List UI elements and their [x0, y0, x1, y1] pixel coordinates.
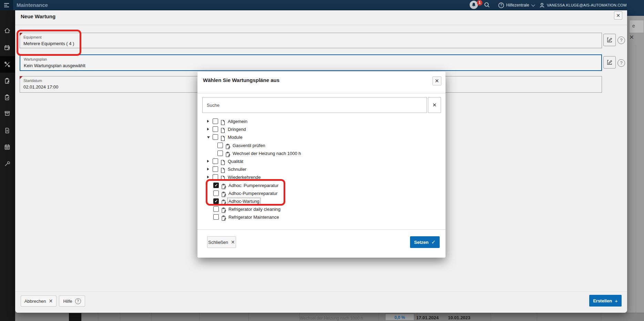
tree-item-label: Wiederkehrende: [228, 175, 260, 180]
tree-item-label: Qualität: [228, 159, 243, 164]
dimmed-button-fragment: e: [629, 20, 644, 33]
collapse-arrow-icon[interactable]: [207, 136, 210, 138]
plan-group-document-icon: [220, 135, 225, 141]
divider: [15, 291, 627, 292]
dimmed-background-right: e ✕: [627, 16, 644, 313]
tree-checkbox[interactable]: [213, 214, 219, 220]
plan-help-icon[interactable]: ?: [617, 59, 625, 67]
plan-group-document-icon: [220, 175, 225, 181]
tree-checkbox[interactable]: [213, 118, 218, 124]
home-icon: [4, 27, 11, 34]
progress-value: 0,0 %: [395, 315, 405, 320]
field-value: Mehrere Equipments ( 4 ): [23, 41, 74, 46]
tree-checkbox[interactable]: [213, 198, 219, 204]
tree-checkbox[interactable]: [213, 134, 218, 140]
field-value: 02.01.2024 17:00: [23, 84, 58, 90]
maintenance-plan-icon: [225, 152, 231, 157]
help-center-menu[interactable]: ? Hilfezentrale: [498, 2, 536, 9]
tree-item-refrigerator-daily-cleaning[interactable]: Refrigerator daily cleaning: [197, 205, 439, 213]
expand-arrow-icon[interactable]: [207, 168, 209, 170]
divider: [197, 229, 446, 230]
plan-edit-button[interactable]: [603, 56, 616, 69]
tree-checkbox[interactable]: [213, 174, 218, 180]
tree-item-adhoc-wartung[interactable]: Adhoc-Wartung: [197, 197, 439, 205]
maintenance-calendar-icon: [4, 44, 11, 51]
sidebar-item-documents[interactable]: [0, 122, 15, 139]
tree-item-dringend[interactable]: Dringend: [197, 125, 439, 133]
plan-group-document-icon: [220, 120, 225, 125]
expand-arrow-icon[interactable]: [207, 120, 209, 123]
tree-checkbox[interactable]: [213, 158, 218, 164]
tree-item-label: Schnuller: [228, 167, 246, 172]
tree-checkbox[interactable]: [213, 183, 219, 188]
dialog-close-footer-button[interactable]: Schließen ✕: [207, 236, 236, 248]
documents-icon: [4, 127, 11, 134]
expand-arrow-icon[interactable]: [207, 160, 209, 163]
tree-item-adhoc-pumpenreparatur[interactable]: Adhoc: Pumpenreparatur: [197, 182, 439, 189]
chevron-down-icon: [531, 3, 535, 7]
tree-checkbox[interactable]: [217, 151, 223, 156]
sidebar-item-home[interactable]: [0, 22, 15, 39]
tree-item-label: Adhoc: Pumpenreparatur: [228, 183, 278, 188]
cancel-button[interactable]: Abbrechen ✕: [21, 296, 57, 307]
equipment-edit-button[interactable]: [603, 34, 616, 46]
close-x-icon: ✕: [231, 239, 235, 245]
expand-arrow-icon[interactable]: [207, 176, 209, 178]
dimmed-dark-tile: [69, 313, 81, 321]
divider: [197, 93, 446, 93]
field-label: Wartungsplan: [24, 57, 47, 61]
create-button[interactable]: Erstellen +: [589, 295, 622, 307]
sidebar-item-work-order[interactable]: [0, 73, 15, 89]
tree-item-wechsel-der-heizung-nach-1000-h[interactable]: Wechsel der Heizung nach 1000 h: [197, 149, 439, 157]
sidebar-item-maintenance-calendar[interactable]: [0, 40, 15, 56]
select-maintenance-plans-dialog: Wählen Sie Wartungspläne aus ✕ ✕ Allgeme…: [197, 72, 446, 258]
expand-arrow-icon[interactable]: [207, 128, 209, 131]
maintenance-plan-field[interactable]: Wartungsplan Kein Wartungsplan ausgewähl…: [20, 54, 602, 71]
tree-checkbox[interactable]: [213, 190, 219, 196]
tree-item-label: Allgemein: [228, 119, 247, 124]
tree-checkbox[interactable]: [213, 166, 218, 172]
cancel-label: Abbrechen: [24, 299, 46, 304]
dimmed-date-fragment: 10.01.2023: [448, 315, 470, 320]
sidebar-item-workshop-tools[interactable]: [0, 56, 15, 73]
tree-item-label: Module: [228, 135, 243, 140]
set-button[interactable]: Setzen ✓: [410, 236, 440, 248]
tree-item-allgemein[interactable]: Allgemein: [197, 117, 439, 125]
menu-hamburger-icon[interactable]: [0, 0, 13, 10]
tree-item-gasventil-prüfen[interactable]: Gasventil prüfen: [197, 142, 439, 149]
dimmed-panel-edge: [636, 45, 636, 313]
required-marker: [20, 76, 23, 79]
sidebar-item-tasks-checklist[interactable]: [0, 89, 15, 106]
dimmed-date-fragment: 17.01.2024: [416, 315, 439, 320]
tree-item-qualität[interactable]: Qualität: [197, 157, 439, 165]
tree-item-adhoc-pumpenreparatur[interactable]: Adhoc-Pumpenreparatur: [197, 189, 439, 197]
equipment-field[interactable]: Equipment Mehrere Equipments ( 4 ): [20, 33, 602, 48]
user-account-menu[interactable]: VANESSA.KLUGE@AIS-AUTOMATION.COM: [539, 2, 636, 9]
dimmed-progress-cell: 0,0 %: [385, 314, 414, 321]
equipment-help-icon[interactable]: ?: [617, 37, 625, 44]
help-button[interactable]: Hilfe ?: [59, 296, 85, 307]
sidebar-item-inventory-box[interactable]: [0, 105, 15, 122]
sidebar-item-calendar[interactable]: [0, 139, 15, 155]
tree-item-module[interactable]: Module: [197, 133, 439, 141]
sidebar-item-tools-wrench[interactable]: [0, 155, 15, 172]
tree-checkbox[interactable]: [213, 206, 219, 212]
set-label: Setzen: [414, 240, 429, 245]
dimmed-close-icon: ✕: [629, 34, 634, 41]
tree-checkbox[interactable]: [217, 143, 223, 148]
tree-item-refrigerator-maintenance[interactable]: Refrigerator Maintenance: [197, 213, 439, 221]
field-label: Startdatum: [23, 79, 42, 83]
search-input[interactable]: [202, 97, 427, 113]
search-clear-button[interactable]: ✕: [428, 97, 441, 113]
maintenance-plan-icon: [221, 199, 226, 205]
sidebar-navigation: [0, 10, 15, 321]
dialog-close-button[interactable]: ✕: [432, 76, 441, 85]
close-x-icon: ✕: [49, 298, 53, 304]
tree-item-schnuller[interactable]: Schnuller: [197, 165, 439, 173]
app-title: Maintenance: [17, 2, 48, 8]
tree-item-wiederkehrende[interactable]: Wiederkehrende: [197, 173, 439, 181]
search-icon[interactable]: [484, 2, 490, 10]
required-marker: [20, 33, 23, 36]
modal-close-button[interactable]: ✕: [614, 11, 622, 20]
tree-checkbox[interactable]: [213, 126, 218, 132]
